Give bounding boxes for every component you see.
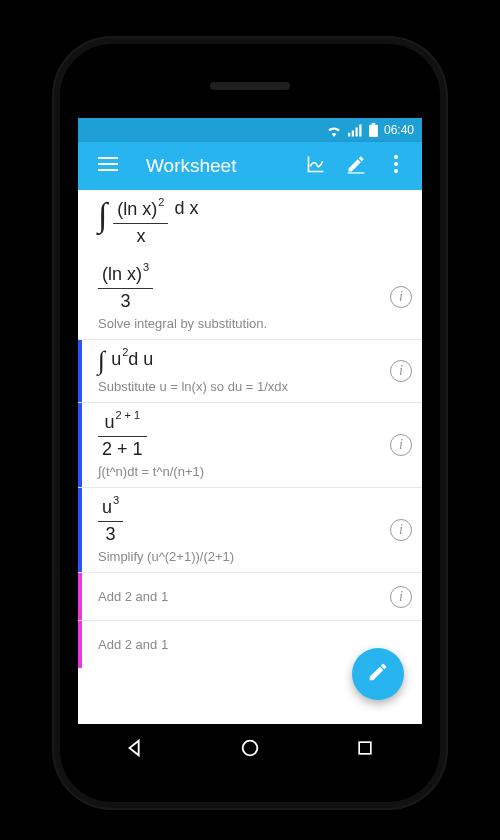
battery-icon (369, 123, 378, 137)
back-icon (124, 737, 146, 763)
svg-rect-2 (355, 127, 357, 136)
step-caption: Add 2 and 1 (98, 589, 380, 604)
pencil-icon (346, 154, 366, 178)
svg-rect-4 (369, 125, 378, 137)
step-power-rule[interactable]: u2 + 1 2 + 1 ∫(t^n)dt = t^n/(n+1) i (78, 403, 422, 487)
svg-rect-14 (359, 742, 371, 754)
step-caption: ∫(t^n)dt = t^n/(n+1) (98, 464, 380, 479)
step-accent (78, 403, 82, 487)
info-button[interactable]: i (390, 286, 412, 308)
info-button[interactable]: i (390, 519, 412, 541)
wifi-icon (326, 124, 342, 137)
svg-point-12 (394, 169, 398, 173)
menu-button[interactable] (88, 146, 128, 186)
app-title: Worksheet (146, 155, 296, 177)
nav-home[interactable] (210, 730, 290, 770)
app-bar: Worksheet (78, 142, 422, 190)
step-substitute[interactable]: ∫ u2d u Substitute u = ln(x) so du = 1/x… (78, 340, 422, 402)
step-accent (78, 340, 82, 402)
nav-back[interactable] (95, 730, 175, 770)
svg-point-11 (394, 162, 398, 166)
info-button[interactable]: i (390, 360, 412, 382)
step-caption: Substitute u = ln(x) so du = 1/xdx (98, 379, 380, 394)
graph-icon (306, 154, 326, 178)
result-caption: Solve integral by substitution. (98, 316, 380, 331)
info-button[interactable]: i (390, 586, 412, 608)
svg-rect-8 (98, 169, 118, 171)
svg-rect-6 (98, 157, 118, 159)
svg-point-10 (394, 155, 398, 159)
step-accent (78, 621, 82, 668)
hamburger-icon (98, 157, 118, 175)
phone-bezel: 06:40 Worksheet (60, 44, 440, 802)
pencil-icon (367, 661, 389, 687)
svg-rect-0 (348, 132, 350, 136)
signal-icon (348, 124, 363, 137)
problem-expression[interactable]: ∫ (ln x)2 x d x (78, 190, 422, 255)
overflow-button[interactable] (376, 146, 416, 186)
step-caption: Add 2 and 1 (98, 637, 380, 652)
step-simplify[interactable]: u3 3 Simplify (u^(2+1))/(2+1) i (78, 488, 422, 572)
edit-button[interactable] (336, 146, 376, 186)
more-vert-icon (394, 155, 398, 177)
svg-rect-1 (352, 130, 354, 136)
recents-icon (355, 738, 375, 762)
status-clock: 06:40 (384, 123, 414, 137)
phone-frame: 06:40 Worksheet (54, 38, 446, 808)
worksheet-content[interactable]: ∫ (ln x)2 x d x (78, 190, 422, 724)
step-accent (78, 573, 82, 620)
svg-point-13 (243, 741, 258, 756)
graph-button[interactable] (296, 146, 336, 186)
screen: 06:40 Worksheet (78, 118, 422, 724)
info-button[interactable]: i (390, 434, 412, 456)
svg-rect-5 (372, 123, 376, 125)
nav-recents[interactable] (325, 730, 405, 770)
status-bar: 06:40 (78, 118, 422, 142)
home-icon (239, 737, 261, 763)
step-accent (78, 488, 82, 572)
system-nav-bar (78, 728, 422, 772)
svg-rect-3 (359, 124, 361, 136)
step-caption: Simplify (u^(2+1))/(2+1) (98, 549, 380, 564)
result-expression[interactable]: (ln x)3 3 Solve integral by substitution… (78, 255, 422, 339)
svg-rect-9 (348, 172, 365, 173)
phone-speaker (210, 82, 290, 90)
fab-edit[interactable] (352, 648, 404, 700)
svg-rect-7 (98, 163, 118, 165)
step-add-1[interactable]: Add 2 and 1 i (78, 573, 422, 620)
